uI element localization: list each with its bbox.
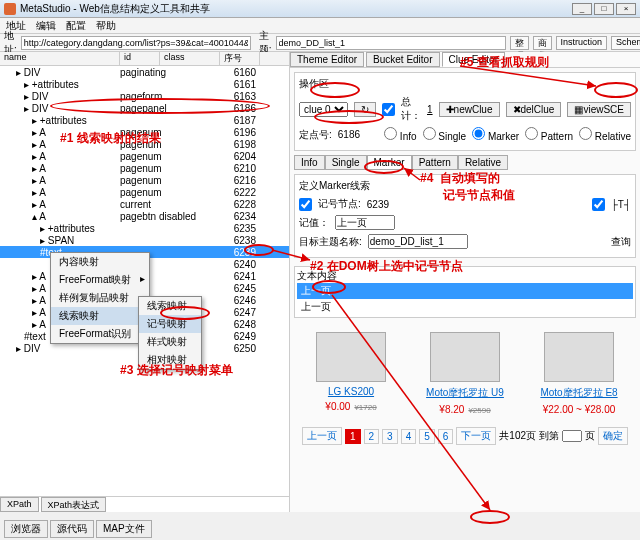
subtab-relative[interactable]: Relative	[458, 155, 508, 170]
submenu-style-map[interactable]: 样式映射	[139, 333, 201, 351]
node-label: 定点号:	[299, 128, 332, 142]
col-name[interactable]: name	[0, 52, 120, 65]
radio-info[interactable]: Info	[384, 127, 416, 142]
right-panel: Theme Editor Bucket Editor Clue Editor 操…	[290, 52, 640, 512]
marker-title: 定义Marker线索	[299, 179, 631, 193]
query-button[interactable]: 查询	[611, 235, 631, 249]
subtab-info[interactable]: Info	[294, 155, 325, 170]
menu-clue-map[interactable]: 线索映射	[51, 307, 149, 325]
address-input[interactable]	[21, 36, 251, 50]
tree-row[interactable]: ▸ Apagenum6204	[0, 150, 289, 162]
product-name[interactable]: Moto摩托罗拉 U9	[415, 386, 515, 400]
newclue-button[interactable]: ✚newClue	[439, 102, 500, 117]
marker-check[interactable]	[299, 198, 312, 211]
pager-total: 共102页	[499, 429, 536, 443]
menu-freeformat-rec[interactable]: FreeFormat识别	[51, 325, 149, 343]
radio-marker[interactable]: Marker	[472, 127, 519, 142]
pager-prev[interactable]: 上一页	[302, 427, 342, 445]
max-button[interactable]: □	[594, 3, 614, 15]
tree-row[interactable]: ▸ DIVpagepanel6186	[0, 102, 289, 114]
tab-xpath[interactable]: XPath	[0, 497, 39, 512]
tab-bucket-editor[interactable]: Bucket Editor	[366, 52, 439, 67]
tab-theme-editor[interactable]: Theme Editor	[290, 52, 364, 67]
pager-page[interactable]: 2	[364, 429, 380, 444]
tree-row[interactable]: ▸ Acurrent6228	[0, 198, 289, 210]
marker-target-input[interactable]	[368, 234, 468, 249]
menu-content-map[interactable]: 内容映射	[51, 253, 149, 271]
pager-page[interactable]: 1	[345, 429, 361, 444]
radio-single[interactable]: Single	[423, 127, 467, 142]
menu-help[interactable]: 帮助	[96, 19, 116, 33]
tree-row[interactable]: ▸ Apagenum6196	[0, 126, 289, 138]
menu-edit[interactable]: 编辑	[36, 19, 56, 33]
tab-browser[interactable]: 浏览器	[4, 520, 48, 538]
tree-row[interactable]: ▸ Apagenum6216	[0, 174, 289, 186]
pager-next[interactable]: 下一页	[456, 427, 496, 445]
schema-button[interactable]: Schema	[611, 36, 640, 50]
pager-page-label: 页	[585, 429, 595, 443]
titlebar: MetaStudio - Web信息结构定义工具和共享 _ □ ×	[0, 0, 640, 18]
context-menu[interactable]: 内容映射 FreeFormat映射 样例复制品映射 线索映射 FreeForma…	[50, 252, 150, 344]
clue-check[interactable]	[382, 103, 395, 116]
submenu-mark-map[interactable]: 记号映射	[139, 315, 201, 333]
delclue-button[interactable]: ✖delClue	[506, 102, 562, 117]
tree-row[interactable]: ▸ Apagenum6210	[0, 162, 289, 174]
subtab-single[interactable]: Single	[325, 155, 367, 170]
clue-select[interactable]: clue 0	[299, 102, 348, 117]
pager-input[interactable]	[562, 430, 582, 442]
subtab-marker[interactable]: Marker	[367, 155, 412, 170]
radio-pattern[interactable]: Pattern	[525, 127, 573, 142]
sub-context-menu[interactable]: 线索映射 记号映射 样式映射 相对映射	[138, 296, 202, 370]
viewsce-button[interactable]: ▦viewSCE	[567, 102, 631, 117]
theme-input[interactable]	[276, 36, 506, 50]
radio-relative[interactable]: Relative	[579, 127, 631, 142]
tree-row[interactable]: ▸ SPAN6238	[0, 234, 289, 246]
marker-val-input[interactable]	[335, 215, 395, 230]
marker-t-check[interactable]	[592, 198, 605, 211]
tree-row[interactable]: ▸ DIVpaginating6160	[0, 66, 289, 78]
text-line[interactable]: 上一页	[297, 299, 633, 315]
subtab-pattern[interactable]: Pattern	[412, 155, 458, 170]
pager-page[interactable]: 4	[401, 429, 417, 444]
tree-header: name id class 序号	[0, 52, 289, 66]
product-name[interactable]: Moto摩托罗拉 E8	[529, 386, 629, 400]
tree-row[interactable]: ▸ +attributes6161	[0, 78, 289, 90]
product-item[interactable]: Moto摩托罗拉 U9 ¥8.20¥2590	[415, 332, 515, 415]
col-class[interactable]: class	[160, 52, 220, 65]
min-button[interactable]: _	[572, 3, 592, 15]
submenu-relative-map[interactable]: 相对映射	[139, 351, 201, 369]
col-seq[interactable]: 序号	[220, 52, 260, 65]
tree-row[interactable]: ▸ Apagenum6198	[0, 138, 289, 150]
pager-page[interactable]: 3	[382, 429, 398, 444]
tab-clue-editor[interactable]: Clue Editor	[442, 52, 505, 67]
pager-go[interactable]: 确定	[598, 427, 628, 445]
tree-row[interactable]: ▸ +attributes6235	[0, 222, 289, 234]
product-item[interactable]: LG KS200 ¥0.00¥1720	[301, 332, 401, 415]
product-list: LG KS200 ¥0.00¥1720 Moto摩托罗拉 U9 ¥8.20¥25…	[290, 328, 640, 419]
tree-row[interactable]: ▸ Apagenum6222	[0, 186, 289, 198]
menu-config[interactable]: 配置	[66, 19, 86, 33]
goods-button[interactable]: 商品	[533, 36, 552, 50]
col-id[interactable]: id	[120, 52, 160, 65]
menu-freeformat-map[interactable]: FreeFormat映射	[51, 271, 149, 289]
text-line[interactable]: 上一页	[297, 283, 633, 299]
product-item[interactable]: Moto摩托罗拉 E8 ¥22.00 ~ ¥28.00	[529, 332, 629, 415]
tree-row[interactable]: ▴ Apagebtn disabled6234	[0, 210, 289, 222]
marker-val-label: 记值：	[299, 216, 329, 230]
mgr-button[interactable]: 整理器	[510, 36, 529, 50]
instruction-button[interactable]: Instruction	[556, 36, 608, 50]
pager-page[interactable]: 6	[438, 429, 454, 444]
pager-page[interactable]: 5	[419, 429, 435, 444]
tree-row[interactable]: ▸ DIVpageform6163	[0, 90, 289, 102]
product-name[interactable]: LG KS200	[301, 386, 401, 397]
refresh-icon[interactable]: ↻	[354, 102, 376, 117]
close-button[interactable]: ×	[616, 3, 636, 15]
submenu-clue-map[interactable]: 线索映射	[139, 297, 201, 315]
tab-source[interactable]: 源代码	[50, 520, 94, 538]
tab-map[interactable]: MAP文件	[96, 520, 152, 538]
tree-row[interactable]: ▸ +attributes6187	[0, 114, 289, 126]
menu-sample-copy[interactable]: 样例复制品映射	[51, 289, 149, 307]
product-image	[316, 332, 386, 382]
tab-xpath-expr[interactable]: XPath表达式	[41, 497, 107, 512]
operation-zone: 操作区 clue 0 ↻ 总计： 1 ✚newClue ✖delClue ▦vi…	[294, 72, 636, 151]
